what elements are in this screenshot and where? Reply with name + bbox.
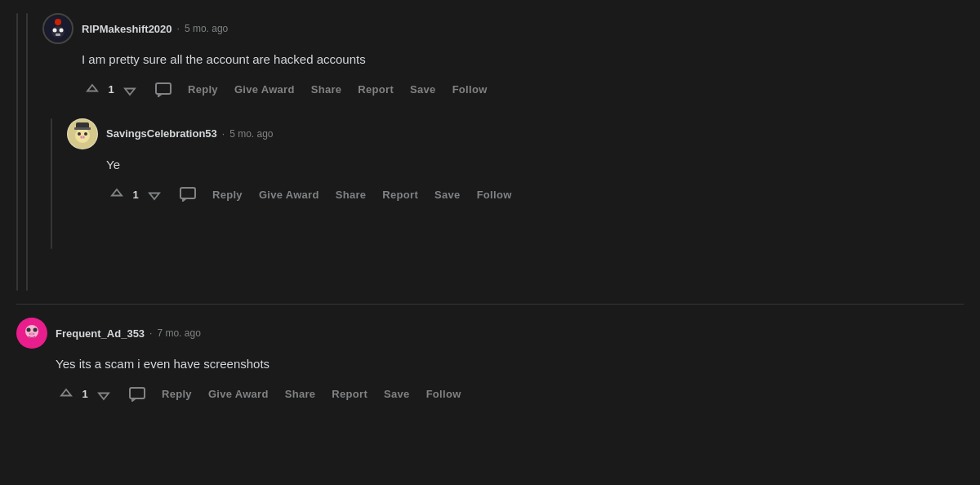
timestamp-2: 7 mo. ago xyxy=(157,327,200,339)
comment-1-1-actions: 1 xyxy=(106,182,964,207)
svg-point-19 xyxy=(25,325,38,338)
chat-icon-2[interactable] xyxy=(122,382,152,407)
save-btn-1-1[interactable]: Save xyxy=(428,184,467,206)
svg-point-12 xyxy=(78,132,81,136)
thread-line-2[interactable] xyxy=(26,13,28,291)
svg-point-24 xyxy=(33,333,35,335)
share-btn-1-1[interactable]: Share xyxy=(329,184,373,206)
username-savingscelebration53[interactable]: SavingsCelebration53 xyxy=(106,127,217,140)
vote-count-2: 1 xyxy=(80,388,90,400)
svg-point-3 xyxy=(53,29,57,33)
username-ripmakeshift2020[interactable]: RIPMakeshift2020 xyxy=(82,23,172,35)
upvote-2[interactable] xyxy=(56,384,77,405)
downvote-2[interactable] xyxy=(93,384,114,405)
downvote-1-1[interactable] xyxy=(144,184,165,205)
comments-section: RIPMakeshift2020 · 5 mo. ago I am pretty… xyxy=(0,0,980,436)
comment-1-1-meta: SavingsCelebration53 · 5 mo. ago xyxy=(106,127,274,140)
dot-sep-2: · xyxy=(149,327,152,339)
thread-lines-nested xyxy=(51,118,60,249)
comment-2: Frequent_Ad_353 · 7 mo. ago Yes its a sc… xyxy=(16,318,964,407)
comment-1: RIPMakeshift2020 · 5 mo. ago I am pretty… xyxy=(42,13,964,102)
chat-icon-1-1[interactable] xyxy=(173,182,203,207)
reply-btn-1[interactable]: Reply xyxy=(181,78,225,100)
vote-count-1-1: 1 xyxy=(131,189,140,201)
comment-1-meta: RIPMakeshift2020 · 5 mo. ago xyxy=(82,23,228,35)
chat-icon-1[interactable] xyxy=(149,78,178,102)
comment-1-content: RIPMakeshift2020 · 5 mo. ago I am pretty… xyxy=(42,13,964,291)
upvote-1-1[interactable] xyxy=(106,184,127,205)
svg-point-4 xyxy=(60,29,64,33)
give-award-btn-1-1[interactable]: Give Award xyxy=(252,184,326,206)
svg-point-23 xyxy=(29,333,31,335)
comment-2-meta: Frequent_Ad_353 · 7 mo. ago xyxy=(56,327,201,340)
vote-group-1-1: 1 xyxy=(106,184,165,205)
dot-sep-1: · xyxy=(177,23,180,34)
svg-point-16 xyxy=(83,136,85,138)
comment-2-actions: 1 Reply Give Award Share Report Save Fol… xyxy=(16,382,964,407)
dot-sep-1-1: · xyxy=(222,128,225,140)
thread-line-1[interactable] xyxy=(16,13,18,291)
downvote-1[interactable] xyxy=(119,79,140,100)
comment-1-header: RIPMakeshift2020 · 5 mo. ago xyxy=(42,13,964,44)
svg-point-1 xyxy=(55,19,61,25)
comment-1-text: I am pretty sure all the account are hac… xyxy=(82,51,964,69)
svg-rect-11 xyxy=(74,127,91,130)
save-btn-1[interactable]: Save xyxy=(403,78,443,100)
username-frequent-ad-353[interactable]: Frequent_Ad_353 xyxy=(56,327,145,340)
report-btn-1-1[interactable]: Report xyxy=(376,184,425,206)
svg-point-13 xyxy=(84,132,87,136)
comment-1-1-header: SavingsCelebration53 · 5 mo. ago xyxy=(67,118,964,149)
svg-point-20 xyxy=(27,328,31,332)
svg-point-21 xyxy=(33,328,38,332)
follow-btn-1[interactable]: Follow xyxy=(446,78,494,100)
timestamp-1: 5 mo. ago xyxy=(185,23,228,34)
avatar-frequent-ad-353[interactable] xyxy=(16,318,47,349)
follow-btn-2[interactable]: Follow xyxy=(420,383,468,405)
share-btn-2[interactable]: Share xyxy=(278,383,323,405)
report-btn-1[interactable]: Report xyxy=(351,78,400,100)
svg-rect-5 xyxy=(56,33,60,36)
reply-btn-2[interactable]: Reply xyxy=(155,383,198,405)
save-btn-2[interactable]: Save xyxy=(377,383,416,405)
comment-2-text: Yes its a scam i even have screenshots xyxy=(16,355,964,374)
give-award-btn-1[interactable]: Give Award xyxy=(228,78,301,100)
section-divider xyxy=(16,304,964,305)
follow-btn-1-1[interactable]: Follow xyxy=(470,184,519,206)
avatar-ripmakeshift2020[interactable] xyxy=(42,13,74,44)
comment-1-1-thread: SavingsCelebration53 · 5 mo. ago Ye xyxy=(42,118,964,249)
svg-rect-25 xyxy=(130,388,145,398)
comment-1-1-content: SavingsCelebration53 · 5 mo. ago Ye xyxy=(67,118,964,249)
comment-1-1-text: Ye xyxy=(106,156,964,175)
thread-lines-outer xyxy=(16,13,36,291)
svg-rect-6 xyxy=(156,83,171,94)
timestamp-1-1: 5 mo. ago xyxy=(229,128,273,140)
vote-count-1: 1 xyxy=(106,83,116,96)
report-btn-2[interactable]: Report xyxy=(325,383,374,405)
svg-rect-17 xyxy=(180,188,195,198)
svg-point-15 xyxy=(81,136,82,138)
comment-1-1: SavingsCelebration53 · 5 mo. ago Ye xyxy=(67,118,964,207)
upvote-1[interactable] xyxy=(82,79,103,100)
thread-line-nested-1[interactable] xyxy=(51,118,52,249)
comment-1-actions: 1 Reply Give Awa xyxy=(82,78,964,102)
give-award-btn-2[interactable]: Give Award xyxy=(202,383,275,405)
comment-2-header: Frequent_Ad_353 · 7 mo. ago xyxy=(16,318,964,349)
avatar-savingscelebration53[interactable] xyxy=(67,118,98,149)
reply-btn-1-1[interactable]: Reply xyxy=(206,184,249,206)
vote-group-1: 1 xyxy=(82,79,140,100)
vote-group-2: 1 xyxy=(56,384,114,405)
share-btn-1[interactable]: Share xyxy=(305,78,349,100)
comment-thread-1: RIPMakeshift2020 · 5 mo. ago I am pretty… xyxy=(16,13,964,291)
